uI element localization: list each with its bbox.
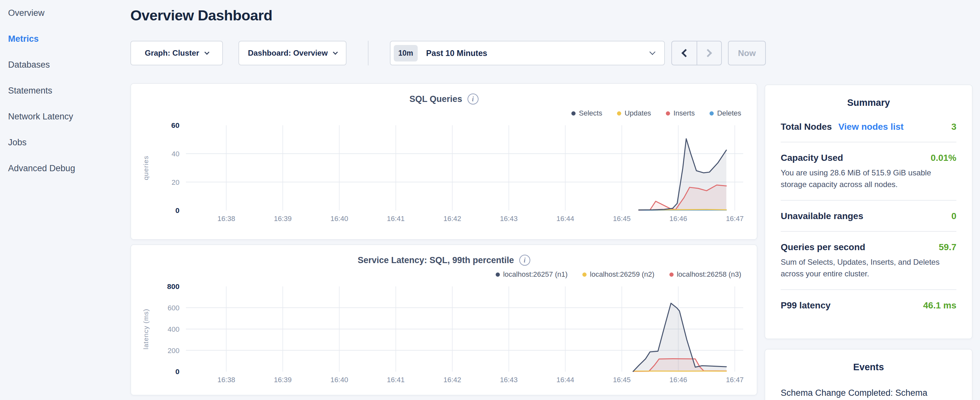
legend-label: localhost:26258 (n3) [677, 270, 741, 279]
x-axis-tick-label: 16:40 [330, 215, 348, 223]
y-axis-tick-label: 200 [168, 347, 180, 355]
service-latency-card: Service Latency: SQL, 99th percentile lo… [130, 244, 757, 395]
event-text: Schema Change Completed: Schema change w… [781, 387, 956, 400]
x-axis-tick-label: 16:42 [443, 215, 461, 223]
sidebar-item-databases[interactable]: Databases [8, 60, 129, 70]
row-label: Total Nodes [781, 122, 832, 132]
time-preset-badge: 10m [394, 45, 418, 62]
row-value: 59.7 [939, 242, 957, 252]
row-value: 3 [951, 122, 956, 132]
row-value: 0.01% [931, 153, 956, 163]
sidebar-nav: Overview Metrics Databases Statements Ne… [0, 0, 129, 400]
y-axis-title: latency (ms) [142, 309, 150, 349]
event-item: Schema Change Completed: Schema change w… [765, 373, 972, 400]
time-range-step-group [671, 41, 722, 65]
sidebar-item-statements[interactable]: Statements [8, 86, 129, 96]
next-range-button[interactable] [697, 41, 721, 65]
y-axis-tick-label: 600 [168, 304, 180, 312]
legend-dot [617, 112, 621, 116]
prev-range-button[interactable] [672, 41, 697, 65]
x-axis-tick-label: 16:39 [274, 376, 292, 384]
time-range-picker[interactable]: 10m Past 10 Minutes [390, 41, 665, 65]
row-label: Unavailable ranges [781, 211, 863, 222]
sidebar-item-network-latency[interactable]: Network Latency [8, 112, 129, 121]
x-axis-tick-label: 16:45 [613, 215, 631, 223]
chevron-down-icon [204, 49, 209, 55]
legend-dot [666, 112, 670, 116]
y-axis-tick-label: 40 [172, 150, 179, 158]
info-icon[interactable] [468, 94, 479, 105]
summary-row-total-nodes: Total Nodes View nodes list 3 [781, 112, 956, 142]
summary-row-capacity-used: Capacity Used 0.01% You are using 28.6 M… [781, 142, 956, 201]
dashboard-dropdown[interactable]: Dashboard: Overview [239, 41, 347, 65]
chart-title: SQL Queries [409, 94, 462, 104]
row-note: Sum of Selects, Updates, Inserts, and De… [781, 256, 956, 280]
x-axis-tick-label: 16:43 [500, 376, 518, 384]
x-axis-tick-label: 16:40 [330, 376, 348, 384]
chevron-left-icon [681, 49, 689, 57]
legend-item: Selects [571, 109, 602, 118]
dashboard-dropdown-label: Dashboard: Overview [248, 49, 328, 57]
y-axis-tick-label: 0 [175, 367, 180, 376]
legend-dot [582, 273, 587, 277]
y-axis-tick-label: 400 [168, 325, 180, 333]
legend-label: Deletes [717, 109, 741, 118]
x-axis-tick-label: 16:41 [387, 376, 405, 384]
events-title: Events [765, 362, 972, 373]
controls-divider [368, 41, 369, 65]
legend-label: Inserts [673, 109, 695, 118]
y-axis-title: queries [142, 156, 150, 180]
row-label: Capacity Used [781, 153, 843, 163]
legend-label: localhost:26259 (n2) [590, 270, 654, 279]
graph-scope-dropdown[interactable]: Graph: Cluster [130, 41, 223, 65]
chart-legend: localhost:26257 (n1) localhost:26259 (n2… [131, 270, 741, 279]
view-nodes-link[interactable]: View nodes list [838, 122, 904, 132]
summary-card: Summary Total Nodes View nodes list 3 Ca… [765, 84, 972, 339]
x-axis-tick-label: 16:38 [217, 376, 235, 384]
summary-row-p99-latency: P99 latency 46.1 ms [781, 290, 956, 320]
sidebar-item-advanced-debug[interactable]: Advanced Debug [8, 164, 129, 173]
row-value: 0 [951, 211, 956, 222]
legend-label: localhost:26257 (n1) [503, 270, 568, 279]
chart-title: Service Latency: SQL, 99th percentile [358, 255, 514, 265]
legend-item: localhost:26257 (n1) [496, 270, 568, 279]
summary-title: Summary [765, 97, 972, 108]
now-button[interactable]: Now [728, 41, 766, 65]
y-axis-tick-label: 800 [167, 282, 179, 291]
graph-scope-label: Graph: Cluster [145, 49, 199, 57]
summary-row-unavailable-ranges: Unavailable ranges 0 [781, 201, 956, 232]
chevron-down-icon [333, 49, 338, 55]
row-note: You are using 28.6 MiB of 515.9 GiB usab… [781, 167, 956, 190]
x-axis-tick-label: 16:47 [726, 376, 744, 384]
row-value: 46.1 ms [923, 300, 956, 311]
x-axis-tick-label: 16:39 [274, 215, 292, 223]
summary-row-queries-per-second: Queries per second 59.7 Sum of Selects, … [781, 232, 956, 290]
x-axis-tick-label: 16:47 [726, 215, 744, 223]
x-axis-tick-label: 16:38 [217, 215, 235, 223]
x-axis-tick-label: 16:45 [613, 376, 631, 384]
chevron-down-icon [649, 49, 655, 55]
page-title: Overview Dashboard [130, 7, 272, 24]
sidebar-item-overview[interactable]: Overview [8, 8, 129, 18]
legend-dot [571, 112, 576, 116]
legend-label: Selects [579, 109, 602, 118]
x-axis-tick-label: 16:42 [443, 376, 461, 384]
legend-item: Deletes [710, 109, 741, 118]
legend-label: Updates [624, 109, 651, 118]
y-axis-tick-label: 60 [171, 121, 180, 129]
info-icon[interactable] [519, 255, 530, 266]
legend-item: Updates [617, 109, 651, 118]
legend-item: localhost:26258 (n3) [670, 270, 741, 279]
service-latency-chart: 16:3816:3916:4016:4116:4216:4316:4416:45… [131, 281, 757, 390]
sidebar-item-metrics[interactable]: Metrics [8, 34, 129, 44]
legend-dot [710, 112, 714, 116]
row-label: P99 latency [781, 300, 830, 311]
sidebar-item-jobs[interactable]: Jobs [8, 138, 129, 147]
row-label: Queries per second [781, 242, 865, 252]
time-range-label: Past 10 Minutes [426, 49, 487, 58]
y-axis-tick-label: 20 [172, 178, 179, 186]
legend-item: Inserts [666, 109, 695, 118]
x-axis-tick-label: 16:44 [557, 376, 574, 384]
events-card: Events Schema Change Completed: Schema c… [765, 349, 972, 400]
x-axis-tick-label: 16:41 [387, 215, 405, 223]
